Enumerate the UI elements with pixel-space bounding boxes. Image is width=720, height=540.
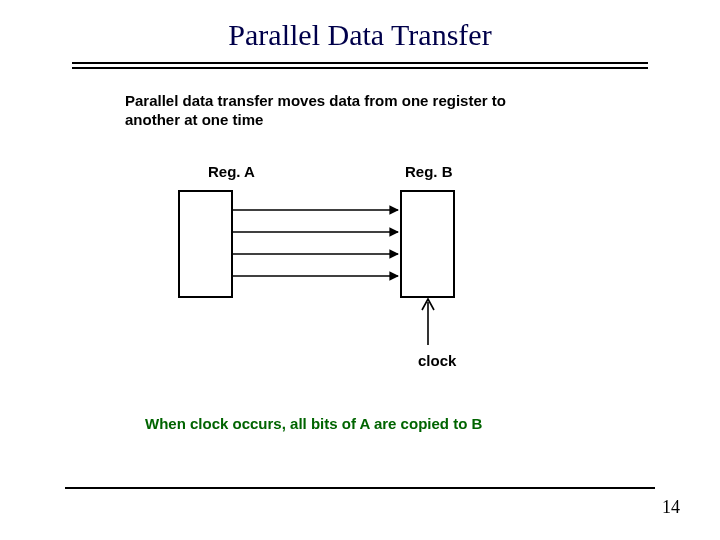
diagram-lines — [0, 0, 720, 540]
clock-label: clock — [418, 352, 456, 369]
slide: Parallel Data Transfer Parallel data tra… — [0, 0, 720, 540]
page-number: 14 — [662, 497, 680, 518]
clock-note: When clock occurs, all bits of A are cop… — [145, 415, 482, 432]
footer-line — [65, 487, 655, 489]
